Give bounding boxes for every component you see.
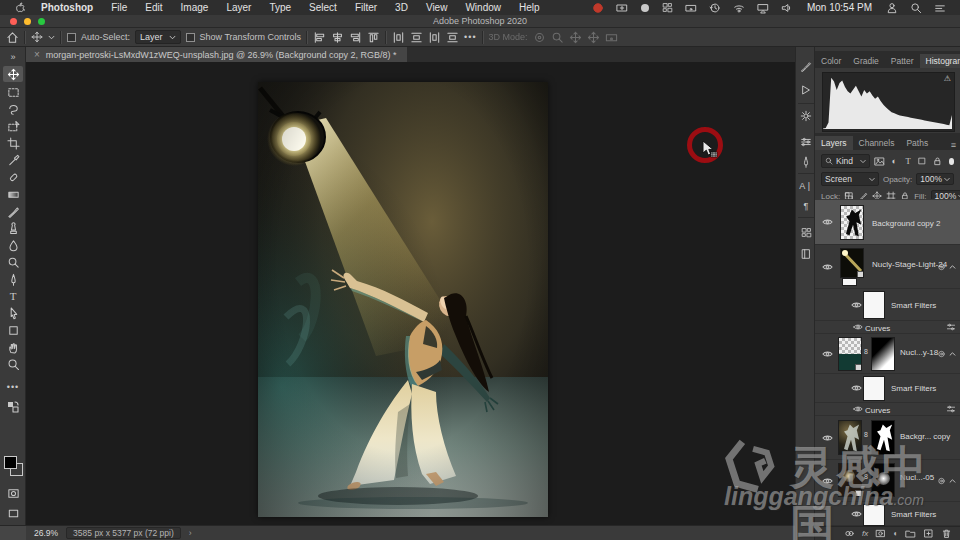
new-group-icon[interactable] bbox=[905, 528, 916, 539]
layer-row[interactable]: Nucly-Stage-Light-24 bbox=[815, 245, 960, 289]
foreground-background-swatches[interactable] bbox=[3, 455, 23, 477]
swap-colors-icon[interactable] bbox=[3, 399, 23, 415]
delete-layer-icon[interactable] bbox=[941, 528, 952, 539]
distribute-vertical-icon[interactable] bbox=[410, 31, 423, 44]
align-top-icon[interactable] bbox=[367, 31, 380, 44]
distribute-left-icon[interactable] bbox=[428, 31, 441, 44]
menu-file[interactable]: File bbox=[102, 2, 136, 13]
blend-mode-dropdown[interactable]: Screen bbox=[821, 172, 879, 186]
tool-presets-panel-icon[interactable] bbox=[799, 135, 813, 149]
document-tab[interactable]: × morgan-petroski-LsMxdW1zWEQ-unsplash.j… bbox=[26, 47, 407, 62]
layer-name[interactable]: Backgr... copy bbox=[900, 432, 950, 441]
foreground-color-swatch[interactable] bbox=[4, 456, 17, 469]
menu-help[interactable]: Help bbox=[510, 2, 549, 13]
mask-link-icon[interactable]: 8 bbox=[864, 473, 868, 480]
opacity-value[interactable]: 100% bbox=[916, 173, 954, 185]
smart-filter-icons[interactable] bbox=[937, 349, 956, 358]
tab-histogram[interactable]: Histogram bbox=[920, 54, 960, 68]
smart-filters-row[interactable]: Smart Filters bbox=[815, 289, 960, 321]
layer-name[interactable]: Nucl...-05 bbox=[900, 473, 934, 482]
distribute-top-icon[interactable] bbox=[446, 31, 459, 44]
add-layer-mask-icon[interactable] bbox=[875, 528, 886, 539]
menu-layer[interactable]: Layer bbox=[217, 2, 260, 13]
time-machine-icon[interactable] bbox=[709, 2, 721, 14]
visibility-eye-icon[interactable] bbox=[822, 476, 833, 485]
window-grid-icon[interactable] bbox=[662, 2, 673, 13]
align-left-icon[interactable] bbox=[313, 31, 326, 44]
menu-type[interactable]: Type bbox=[260, 2, 300, 13]
layer-name[interactable]: Nucly-Stage-Light-24 bbox=[872, 260, 947, 269]
curves-filter-row[interactable]: Curves bbox=[815, 403, 960, 416]
filter-adjustment-layers-icon[interactable]: ◐ bbox=[889, 155, 899, 167]
layer-name[interactable]: Background copy 2 bbox=[872, 219, 941, 228]
menubar-clock[interactable]: Mon 10:54 PM bbox=[807, 2, 872, 13]
distribute-horizontal-icon[interactable] bbox=[392, 31, 405, 44]
brush-tool[interactable] bbox=[3, 203, 23, 219]
smart-filters-row[interactable]: Smart Filters bbox=[815, 502, 960, 526]
document-image[interactable] bbox=[258, 82, 548, 517]
hand-tool[interactable] bbox=[3, 339, 23, 355]
zoom-level-value[interactable]: 26.9% bbox=[34, 528, 58, 538]
blur-tool[interactable] bbox=[3, 237, 23, 253]
healing-brush-tool[interactable] bbox=[3, 169, 23, 185]
visibility-eye-icon[interactable] bbox=[822, 349, 833, 358]
auto-select-checkbox[interactable] bbox=[67, 33, 76, 42]
layer-filtering-toggle[interactable] bbox=[949, 158, 955, 165]
smart-filters-row[interactable]: Smart Filters bbox=[815, 374, 960, 403]
apple-menu-icon[interactable] bbox=[14, 2, 26, 14]
menu-window[interactable]: Window bbox=[456, 2, 510, 13]
paragraph-panel-icon[interactable]: ¶ bbox=[799, 199, 813, 213]
menu-photoshop[interactable]: Photoshop bbox=[32, 2, 102, 13]
close-tab-icon[interactable]: × bbox=[34, 49, 40, 60]
menu-edit[interactable]: Edit bbox=[136, 2, 171, 13]
brush-settings-panel-icon[interactable] bbox=[799, 59, 813, 73]
layer-row[interactable]: 8 Backgr... copy bbox=[815, 416, 960, 460]
smart-filter-icons[interactable] bbox=[937, 476, 956, 485]
auto-select-target-dropdown[interactable]: Layer bbox=[135, 30, 181, 44]
menu-view[interactable]: View bbox=[417, 2, 457, 13]
path-selection-tool[interactable] bbox=[3, 305, 23, 321]
pen-tool[interactable] bbox=[3, 271, 23, 287]
move-tool-icon[interactable] bbox=[31, 31, 43, 43]
canvas-area[interactable] bbox=[26, 62, 795, 525]
character-panel-icon[interactable]: A❘ bbox=[799, 179, 813, 193]
actions-panel-icon[interactable] bbox=[799, 83, 813, 97]
gradient-tool[interactable] bbox=[3, 186, 23, 202]
mask-link-icon[interactable]: 8 bbox=[864, 348, 868, 355]
edit-toolbar-ellipsis[interactable]: ••• bbox=[3, 379, 23, 395]
layer-row[interactable]: 8 Nucl...-05 bbox=[815, 460, 960, 502]
new-layer-icon[interactable] bbox=[923, 528, 934, 539]
filter-blend-options-icon[interactable] bbox=[946, 322, 956, 332]
layer-name[interactable]: Nucl...y-18 bbox=[900, 348, 938, 357]
filter-pixel-layers-icon[interactable] bbox=[874, 155, 885, 167]
lasso-tool[interactable] bbox=[3, 101, 23, 117]
show-transform-checkbox[interactable] bbox=[186, 33, 195, 42]
eyedropper-tool[interactable] bbox=[3, 152, 23, 168]
layer-row[interactable]: Background copy 2 bbox=[815, 200, 960, 245]
zoom-tool[interactable] bbox=[3, 356, 23, 372]
layer-styles-icon[interactable]: fx bbox=[862, 529, 868, 538]
screenshot-icon[interactable] bbox=[685, 2, 697, 14]
panel-menu-icon[interactable]: ≡ bbox=[951, 140, 956, 150]
filter-kind-dropdown[interactable]: Kind bbox=[821, 154, 870, 168]
curves-label[interactable]: Curves bbox=[865, 324, 890, 333]
glyphs-panel-icon[interactable] bbox=[799, 225, 813, 239]
adjustments-panel-icon[interactable] bbox=[799, 109, 813, 123]
visibility-eye-icon[interactable] bbox=[851, 384, 862, 393]
status-dot-icon[interactable] bbox=[640, 3, 650, 13]
filter-smart-objects-icon[interactable] bbox=[932, 155, 943, 167]
tab-paths[interactable]: Paths bbox=[900, 136, 934, 150]
filter-shape-layers-icon[interactable] bbox=[917, 155, 927, 167]
move-tool[interactable] bbox=[3, 66, 23, 82]
crop-tool[interactable] bbox=[3, 135, 23, 151]
spotlight-search-icon[interactable] bbox=[910, 2, 922, 14]
volume-icon[interactable] bbox=[781, 2, 793, 14]
tab-channels[interactable]: Channels bbox=[853, 136, 901, 150]
visibility-eye-icon[interactable] bbox=[822, 262, 833, 271]
tab-color[interactable]: Color bbox=[815, 54, 847, 68]
mask-link-icon[interactable]: 8 bbox=[864, 431, 868, 438]
menu-select[interactable]: Select bbox=[300, 2, 346, 13]
curves-filter-row[interactable]: Curves bbox=[815, 321, 960, 334]
tab-layers[interactable]: Layers bbox=[815, 136, 853, 150]
styles-panel-icon[interactable] bbox=[799, 155, 813, 169]
